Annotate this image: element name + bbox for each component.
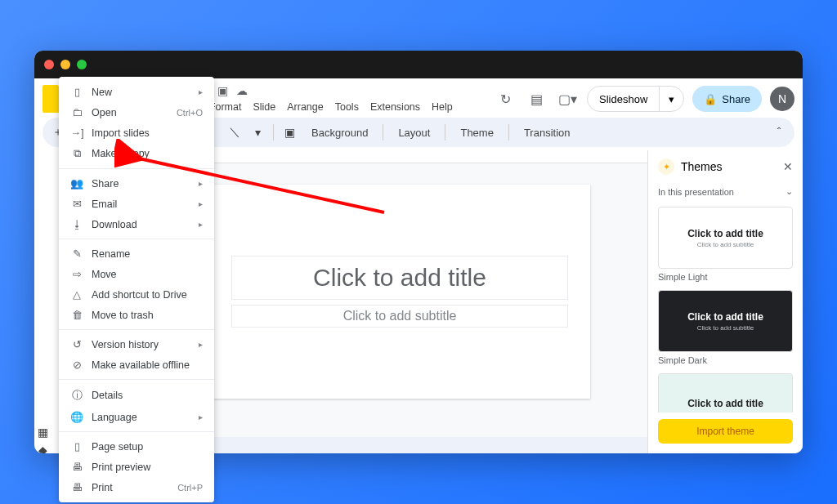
- menu-item-download[interactable]: ⭳Download▸: [59, 214, 214, 234]
- import-icon: →]: [70, 127, 83, 139]
- globe-icon: 🌐: [70, 411, 83, 423]
- document-icon: ▯: [70, 86, 83, 98]
- menu-item-email[interactable]: ✉Email▸: [59, 194, 214, 214]
- theme-preview: Click to add title: [658, 373, 793, 413]
- menu-item-rename[interactable]: ✎Rename: [59, 243, 214, 264]
- menu-item-import-slides[interactable]: →]Import slides: [59, 123, 214, 143]
- themes-icon: ✦: [658, 158, 674, 175]
- minimize-window-button[interactable]: [60, 60, 70, 69]
- history-icon[interactable]: ↻: [494, 87, 517, 110]
- menu-item-print[interactable]: 🖶PrintCtrl+P: [59, 477, 214, 497]
- theme-label: Simple Light: [658, 272, 793, 282]
- close-icon[interactable]: ✕: [783, 160, 793, 173]
- menu-item-make-copy[interactable]: ⧉Make a copy: [59, 143, 214, 164]
- transition-button[interactable]: Transition: [517, 123, 577, 142]
- themes-title: Themes: [681, 160, 723, 173]
- chevron-right-icon: ▸: [199, 199, 203, 208]
- slideshow-label: Slideshow: [599, 93, 647, 105]
- slide-title-placeholder[interactable]: Click to add title: [232, 256, 567, 299]
- chevron-right-icon: ▸: [199, 87, 203, 96]
- slide-subtitle-placeholder[interactable]: Click to add subtitle: [232, 306, 567, 327]
- menu-item-add-shortcut[interactable]: △Add shortcut to Drive: [59, 284, 214, 305]
- email-icon: ✉: [70, 198, 83, 210]
- theme-preview: Click to add title Click to add subtitle: [658, 290, 793, 352]
- menu-arrange[interactable]: Arrange: [287, 100, 323, 114]
- theme-button[interactable]: Theme: [454, 123, 499, 142]
- pencil-icon: ✎: [70, 248, 83, 260]
- chevron-down-icon: ⌄: [786, 186, 793, 197]
- info-icon: ⓘ: [70, 388, 83, 403]
- history-icon: ↺: [70, 338, 83, 350]
- explore-icon[interactable]: ◆: [38, 444, 47, 453]
- horizontal-ruler: [152, 150, 647, 163]
- trash-icon: 🗑: [70, 309, 83, 321]
- lock-icon: 🔒: [704, 93, 717, 105]
- menu-tools[interactable]: Tools: [335, 100, 359, 114]
- comments-icon[interactable]: ▤: [525, 87, 548, 110]
- folder-icon: 🗀: [70, 106, 83, 118]
- menu-help[interactable]: Help: [432, 100, 453, 114]
- chevron-right-icon: ▸: [199, 220, 203, 229]
- import-theme-button[interactable]: Import theme: [658, 419, 793, 444]
- collapse-up-icon[interactable]: ˆ: [772, 125, 786, 140]
- menu-slide[interactable]: Slide: [253, 100, 275, 114]
- line-tool-icon[interactable]: ＼: [227, 125, 242, 140]
- menu-item-open[interactable]: 🗀OpenCtrl+O: [59, 102, 214, 123]
- menu-item-move-trash[interactable]: 🗑Move to trash: [59, 305, 214, 325]
- share-button[interactable]: 🔒 Share: [692, 86, 762, 112]
- file-menu: ▯New▸ 🗀OpenCtrl+O →]Import slides ⧉Make …: [59, 77, 214, 502]
- chevron-right-icon: ▸: [199, 179, 203, 188]
- page-icon: ▯: [70, 440, 83, 453]
- menu-item-new[interactable]: ▯New▸: [59, 82, 214, 102]
- themes-panel: ✦ Themes ✕ In this presentation ⌄ Click …: [647, 150, 803, 453]
- avatar[interactable]: N: [770, 87, 794, 111]
- themes-header: ✦ Themes ✕: [648, 150, 803, 183]
- grid-view-icon[interactable]: ▦: [38, 426, 48, 439]
- canvas-area: Click to add title Click to add subtitle…: [152, 150, 647, 453]
- share-icon: 👥: [70, 177, 83, 190]
- layout-button[interactable]: Layout: [392, 123, 436, 142]
- chevron-right-icon: ▸: [199, 340, 203, 349]
- titlebar: [34, 51, 803, 78]
- menu-extensions[interactable]: Extensions: [370, 100, 420, 114]
- chevron-right-icon: ▸: [199, 413, 203, 421]
- menu-item-page-setup[interactable]: ▯Page setup: [59, 436, 214, 457]
- themes-section[interactable]: In this presentation ⌄: [648, 183, 803, 200]
- header-right: ↻ ▤ ▢▾ Slideshow ▾ 🔒 Share N: [494, 86, 794, 112]
- speaker-notes-placeholder[interactable]: r notes: [152, 437, 647, 453]
- slideshow-button[interactable]: Slideshow ▾: [587, 86, 684, 112]
- menu-item-offline[interactable]: ⊘Make available offline: [59, 355, 214, 375]
- background-button[interactable]: Background: [305, 123, 374, 142]
- move-icon: ⇨: [70, 268, 83, 280]
- menu-item-share[interactable]: 👥Share▸: [59, 173, 214, 194]
- slideshow-dropdown[interactable]: ▾: [659, 87, 683, 111]
- theme-item-simple-dark[interactable]: Click to add title Click to add subtitle…: [658, 290, 793, 368]
- chevron-down-icon[interactable]: ▾: [250, 125, 265, 140]
- close-window-button[interactable]: [44, 60, 54, 69]
- theme-preview: Click to add title Click to add subtitle: [658, 207, 793, 269]
- menu-item-move[interactable]: ⇨Move: [59, 264, 214, 284]
- offline-icon: ⊘: [70, 359, 83, 371]
- theme-label: Simple Dark: [658, 355, 793, 365]
- menu-item-version-history[interactable]: ↺Version history▸: [59, 334, 214, 355]
- menu-item-language[interactable]: 🌐Language▸: [59, 407, 214, 427]
- sidebar-left: ▦ ◆: [34, 421, 51, 453]
- cloud-save-icon[interactable]: ☁: [236, 84, 248, 97]
- meet-icon[interactable]: ▢▾: [556, 87, 579, 110]
- theme-list: Click to add title Click to add subtitle…: [648, 200, 803, 413]
- share-label: Share: [722, 93, 750, 105]
- fullscreen-window-button[interactable]: [77, 60, 87, 69]
- preview-icon: 🖶: [70, 461, 83, 473]
- menu-item-print-preview[interactable]: 🖶Print preview: [59, 457, 214, 477]
- text-box-icon[interactable]: ▣: [282, 125, 297, 140]
- print-icon: 🖶: [70, 481, 83, 493]
- move-folder-icon[interactable]: ▣: [217, 84, 228, 97]
- theme-item-streamline[interactable]: Click to add title: [658, 373, 793, 413]
- menu-item-details[interactable]: ⓘDetails: [59, 384, 214, 407]
- slide-canvas[interactable]: Click to add title Click to add subtitle: [209, 185, 590, 399]
- copy-icon: ⧉: [70, 147, 83, 160]
- download-icon: ⭳: [70, 218, 83, 230]
- drive-icon: △: [70, 288, 83, 301]
- theme-item-simple-light[interactable]: Click to add title Click to add subtitle…: [658, 207, 793, 285]
